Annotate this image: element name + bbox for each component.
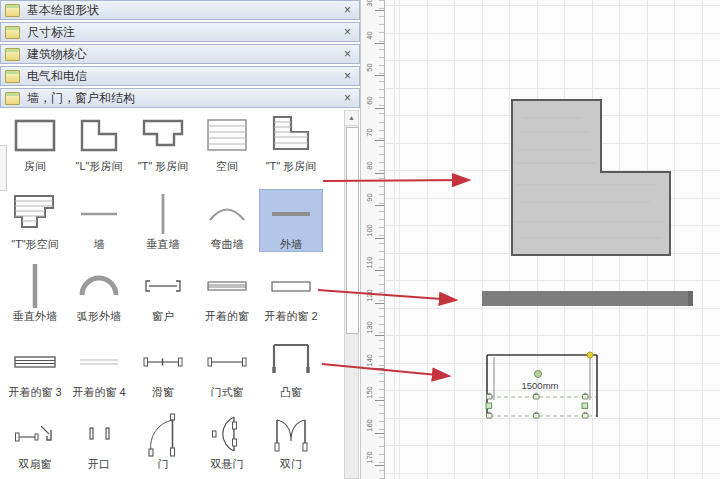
- shape-label: 门式窗: [196, 386, 258, 399]
- collapsed-edge-tab[interactable]: [0, 145, 7, 191]
- shape-item-t-room[interactable]: "T" 形房间: [132, 112, 194, 173]
- double-casement-icon: [11, 410, 59, 458]
- shape-item-room[interactable]: 房间: [4, 112, 66, 173]
- vertical-ruler: 30405060708090100110120130140150160170: [360, 0, 385, 479]
- shape-item-open-window-2[interactable]: 开着的窗 2: [260, 262, 322, 323]
- shape-label: "T"形空间: [4, 238, 66, 251]
- shape-label: 滑窗: [132, 386, 194, 399]
- opening-icon: [75, 410, 123, 458]
- stencil-header-4[interactable]: 电气和电信×: [0, 66, 360, 86]
- scrollbar-thumb[interactable]: [346, 127, 359, 334]
- ruler-tick: [375, 433, 384, 434]
- stencil-header-3[interactable]: 建筑物核心×: [0, 44, 360, 64]
- ext-wall-arc-icon: [75, 262, 123, 310]
- open-window-icon: [203, 262, 251, 310]
- shape-item-sliding-window[interactable]: 滑窗: [132, 338, 194, 399]
- shape-label: 开口: [68, 458, 130, 471]
- shape-item-wall-h[interactable]: 墙: [68, 190, 130, 251]
- ruler-number: 100: [365, 223, 374, 237]
- stencil-title: 墙，门，窗户和结构: [27, 90, 342, 107]
- ruler-tick: [375, 173, 384, 174]
- ruler-number: 130: [365, 321, 374, 335]
- close-icon[interactable]: ×: [342, 70, 353, 82]
- l-room-hatch-icon: [267, 112, 315, 160]
- shape-label: 墙: [68, 238, 130, 251]
- shape-label: "L"形房间: [68, 160, 130, 173]
- l-room-icon: [75, 112, 123, 160]
- stencil-title: 建筑物核心: [27, 46, 342, 63]
- shape-label: 垂直墙: [132, 238, 194, 251]
- room-icon: [11, 112, 59, 160]
- shape-item-open-window-3[interactable]: 开着的窗 3: [4, 338, 66, 399]
- ruler-number: 90: [365, 191, 374, 205]
- bay-window-icon: [267, 338, 315, 386]
- wall-v-icon: [139, 190, 187, 238]
- stencil-icon: [5, 4, 20, 17]
- open-window-4-icon: [75, 338, 123, 386]
- stencil-title: 电气和电信: [27, 68, 342, 85]
- shape-item-curved-wall[interactable]: 弯曲墙: [196, 190, 258, 251]
- shape-item-space[interactable]: 空间: [196, 112, 258, 173]
- door-icon: [139, 410, 187, 458]
- shape-label: 双门: [260, 458, 322, 471]
- shape-item-opening[interactable]: 开口: [68, 410, 130, 471]
- shape-item-door-window[interactable]: 门式窗: [196, 338, 258, 399]
- close-icon[interactable]: ×: [342, 26, 353, 38]
- ruler-tick: [375, 400, 384, 401]
- stencil-icon: [5, 26, 20, 39]
- wall-h-icon: [75, 190, 123, 238]
- shape-item-door[interactable]: 门: [132, 410, 194, 471]
- shape-item-ext-wall[interactable]: 外墙: [260, 190, 322, 251]
- scroll-up-icon[interactable]: ▲: [345, 111, 358, 126]
- shape-label: 弯曲墙: [196, 238, 258, 251]
- shape-item-bay-window[interactable]: 凸窗: [260, 338, 322, 399]
- ruler-tick: [375, 238, 384, 239]
- ruler-tick: [375, 43, 384, 44]
- open-window-2-icon: [267, 262, 315, 310]
- stencil-icon: [5, 92, 20, 105]
- ruler-tick: [375, 270, 384, 271]
- ruler-tick: [375, 205, 384, 206]
- shape-item-ext-wall-arc[interactable]: 弧形外墙: [68, 262, 130, 323]
- stencil-panel: 基本绘图形状×尺寸标注×建筑物核心×电气和电信×墙，门，窗户和结构× 房间"L"…: [0, 0, 360, 479]
- drawing-canvas[interactable]: [385, 0, 720, 479]
- shape-item-window[interactable]: 窗户: [132, 262, 194, 323]
- shape-item-open-window-4[interactable]: 开着的窗 4: [68, 338, 130, 399]
- shape-item-wall-v[interactable]: 垂直墙: [132, 190, 194, 251]
- shape-label: 门: [132, 458, 194, 471]
- open-window-3-icon: [11, 338, 59, 386]
- shape-item-t-space-hatch[interactable]: "T"形空间: [4, 190, 66, 251]
- shape-label: 凸窗: [260, 386, 322, 399]
- shape-item-open-window[interactable]: 开着的窗: [196, 262, 258, 323]
- stencil-icon: [5, 48, 20, 61]
- window-icon: [139, 262, 187, 310]
- shape-item-double-door[interactable]: 双门: [260, 410, 322, 471]
- ruler-number: 140: [365, 353, 374, 367]
- ruler-tick: [375, 140, 384, 141]
- shape-item-double-hung-door[interactable]: 双悬门: [196, 410, 258, 471]
- curved-wall-icon: [203, 190, 251, 238]
- shape-label: 开着的窗 4: [68, 386, 130, 399]
- stencil-header-2[interactable]: 尺寸标注×: [0, 22, 360, 42]
- stencil-header-5[interactable]: 墙，门，窗户和结构×: [0, 88, 360, 108]
- shape-grid: 房间"L"形房间"T" 形房间空间"T" 形房间"T"形空间墙垂直墙弯曲墙外墙垂…: [0, 110, 344, 479]
- shape-item-double-casement[interactable]: 双扇窗: [4, 410, 66, 471]
- close-icon[interactable]: ×: [342, 92, 353, 104]
- shape-item-l-room[interactable]: "L"形房间: [68, 112, 130, 173]
- ruler-number: 160: [365, 418, 374, 432]
- ruler-number: 70: [365, 126, 374, 140]
- ruler-tick: [375, 465, 384, 466]
- ruler-number: 40: [365, 28, 374, 42]
- shape-label: "T" 形房间: [132, 160, 194, 173]
- close-icon[interactable]: ×: [342, 48, 353, 60]
- shape-label: "T" 形房间: [260, 160, 322, 173]
- stencil-title: 基本绘图形状: [27, 2, 342, 19]
- ruler-number: 60: [365, 93, 374, 107]
- panel-scrollbar[interactable]: ▲: [344, 110, 359, 479]
- close-icon[interactable]: ×: [342, 4, 353, 16]
- shape-item-ext-wall-v[interactable]: 垂直外墙: [4, 262, 66, 323]
- shape-label: 垂直外墙: [4, 310, 66, 323]
- shape-item-l-room-hatch[interactable]: "T" 形房间: [260, 112, 322, 173]
- stencil-header-1[interactable]: 基本绘图形状×: [0, 0, 360, 20]
- shape-label: 弧形外墙: [68, 310, 130, 323]
